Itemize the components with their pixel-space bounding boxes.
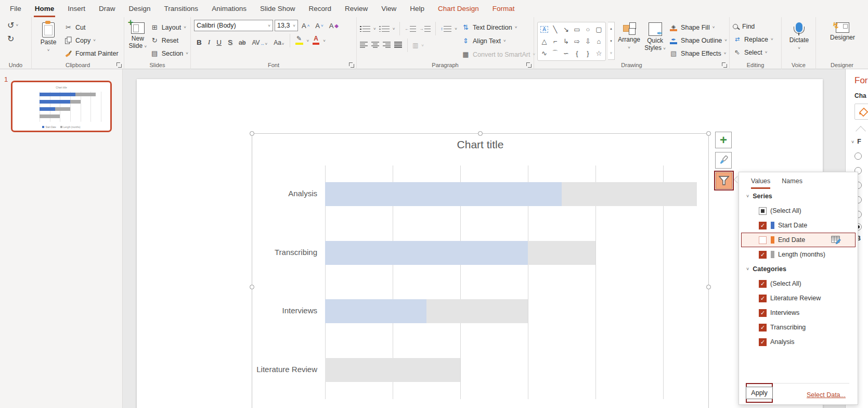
tab-record[interactable]: Record	[302, 0, 338, 17]
redo-button[interactable]: ↻	[7, 33, 29, 44]
category-analysis-row[interactable]: Analysis	[741, 335, 856, 349]
series-length-row[interactable]: Length (months)	[741, 247, 856, 262]
select-data-link[interactable]: Select Data...	[807, 391, 846, 399]
tab-draw[interactable]: Draw	[92, 0, 122, 17]
text-box-shape-icon[interactable]: A	[540, 26, 548, 33]
arrange-button[interactable]: Arrange ˅	[617, 20, 641, 61]
right-arrow-shape-icon[interactable]: ⇨	[572, 35, 582, 47]
shape-outline-button[interactable]: ✒Shape Outline˅	[669, 34, 727, 46]
line-spacing-button[interactable]: ↕	[441, 26, 451, 32]
increase-indent-button[interactable]: →	[419, 26, 431, 32]
font-color-dropdown[interactable]: ˅	[323, 39, 326, 43]
selection-handle-mid-left[interactable]	[250, 285, 254, 289]
checkbox[interactable]	[759, 324, 767, 332]
checkbox[interactable]	[759, 338, 767, 346]
font-name-combobox[interactable]: Calibri (Body)˅	[194, 20, 273, 31]
tab-home[interactable]: Home	[28, 0, 61, 17]
bar-start-date[interactable]	[325, 299, 426, 323]
clear-formatting-button[interactable]: A◆	[327, 20, 341, 31]
chart-styles-button[interactable]	[715, 152, 732, 169]
bar-length[interactable]	[528, 241, 595, 265]
align-right-button[interactable]	[383, 41, 391, 50]
font-dialog-launcher-icon[interactable]	[348, 62, 354, 68]
checkbox[interactable]	[759, 222, 767, 230]
tab-slide-show[interactable]: Slide Show	[253, 0, 302, 17]
dictate-button[interactable]: Dictate ˅	[786, 20, 813, 61]
font-size-combobox[interactable]: 13,3˅	[275, 20, 298, 31]
down-arrow-shape-icon[interactable]: ⇩	[582, 35, 593, 47]
align-text-button[interactable]: ⇕Align Text˅	[461, 35, 535, 47]
line-shape-icon[interactable]: ╲	[550, 23, 561, 35]
tab-names[interactable]: Names	[782, 177, 802, 189]
checkbox[interactable]	[759, 207, 767, 215]
copy-button[interactable]: Copy˅	[64, 34, 119, 46]
slide-thumbnail[interactable]: Chart title Start DateLength (months)	[11, 81, 112, 132]
bar-length[interactable]	[562, 182, 697, 206]
numbering-button[interactable]	[379, 26, 390, 32]
checkbox[interactable]	[759, 295, 767, 302]
drawing-dialog-launcher-icon[interactable]	[721, 62, 727, 68]
fill-section-header[interactable]: ˅F	[851, 138, 861, 145]
gallery-more-icon[interactable]: ▿	[608, 47, 614, 59]
align-center-button[interactable]	[371, 41, 380, 50]
tab-design[interactable]: Design	[122, 0, 158, 17]
tab-view[interactable]: View	[374, 0, 403, 17]
checkbox[interactable]	[759, 280, 767, 288]
text-direction-button[interactable]: ⇅Text Direction˅	[461, 21, 535, 33]
chart-title[interactable]: Chart title	[252, 138, 709, 151]
series-select-all-row[interactable]: (Select All)	[741, 203, 856, 218]
checkbox[interactable]	[759, 236, 767, 244]
triangle-shape-icon[interactable]: △	[539, 35, 550, 47]
shape-effects-button[interactable]: ▧Shape Effects˅	[669, 47, 727, 59]
right-brace-shape-icon[interactable]: }	[582, 47, 593, 59]
paragraph-dialog-launcher-icon[interactable]	[526, 62, 532, 68]
chart-selection-frame[interactable]	[252, 133, 709, 408]
tab-insert[interactable]: Insert	[61, 0, 92, 17]
fill-and-line-tab[interactable]	[854, 104, 868, 120]
star-shape-icon[interactable]: ☆	[593, 47, 604, 59]
replace-button[interactable]: ⇄Replace˅	[733, 33, 779, 45]
selection-handle-top-left[interactable]	[250, 131, 254, 136]
elbow-arrow-connector-icon[interactable]: ↳	[561, 35, 572, 47]
checkbox[interactable]	[759, 309, 767, 317]
curve-shape-icon[interactable]: ∽	[561, 47, 572, 59]
bar-length[interactable]	[325, 358, 460, 382]
tab-review[interactable]: Review	[338, 0, 374, 17]
text-shadow-button[interactable]: S	[225, 34, 235, 47]
bar-length[interactable]	[426, 299, 528, 323]
font-color-button[interactable]: A	[310, 34, 322, 47]
undo-button[interactable]: ↺˅	[7, 20, 29, 30]
character-spacing-button[interactable]: AV↔˅	[249, 34, 270, 47]
quick-styles-button[interactable]: QuickStyles ˅	[643, 20, 667, 61]
series-end-date-row[interactable]: End Date	[741, 233, 856, 247]
format-painter-button[interactable]: Format Painter	[64, 47, 119, 59]
text-highlight-dropdown[interactable]: ˅	[307, 39, 309, 43]
rectangle-shape-icon[interactable]: ▭	[572, 23, 582, 35]
gallery-up-icon[interactable]: ▴	[608, 22, 614, 35]
underline-button[interactable]: U	[214, 34, 224, 47]
checkbox[interactable]	[759, 251, 767, 259]
paste-button[interactable]: Paste ˅	[35, 20, 62, 61]
bar-start-date[interactable]	[325, 241, 528, 265]
italic-button[interactable]: I	[205, 34, 213, 47]
tab-format[interactable]: Format	[486, 0, 522, 17]
find-button[interactable]: Find	[733, 20, 779, 32]
layout-button[interactable]: ⊞Layout˅	[150, 21, 188, 33]
scribble-shape-icon[interactable]: ∿	[539, 47, 550, 59]
category-select-all-row[interactable]: (Select All)	[741, 276, 856, 291]
align-left-button[interactable]	[360, 41, 368, 50]
shape-fill-button[interactable]: ◈Shape Fill˅	[669, 21, 727, 33]
clipboard-dialog-launcher-icon[interactable]	[116, 62, 122, 68]
shape-gallery-scrollbar[interactable]: ▴ ▾ ▿	[608, 22, 615, 60]
tab-values[interactable]: Values	[751, 177, 770, 189]
edit-series-table-icon[interactable]	[831, 236, 841, 246]
category-transcribing-row[interactable]: Transcribing	[741, 320, 856, 335]
tab-help[interactable]: Help	[403, 0, 431, 17]
tab-transitions[interactable]: Transitions	[158, 0, 205, 17]
series-start-date-row[interactable]: Start Date	[741, 218, 856, 233]
apply-button[interactable]: Apply	[746, 387, 772, 399]
category-literature-review-row[interactable]: Literature Review	[741, 291, 856, 305]
fill-radio-option[interactable]	[854, 152, 862, 160]
series-section-header[interactable]: ˅Series	[739, 189, 858, 203]
increase-font-size-button[interactable]: A˄	[300, 20, 312, 31]
